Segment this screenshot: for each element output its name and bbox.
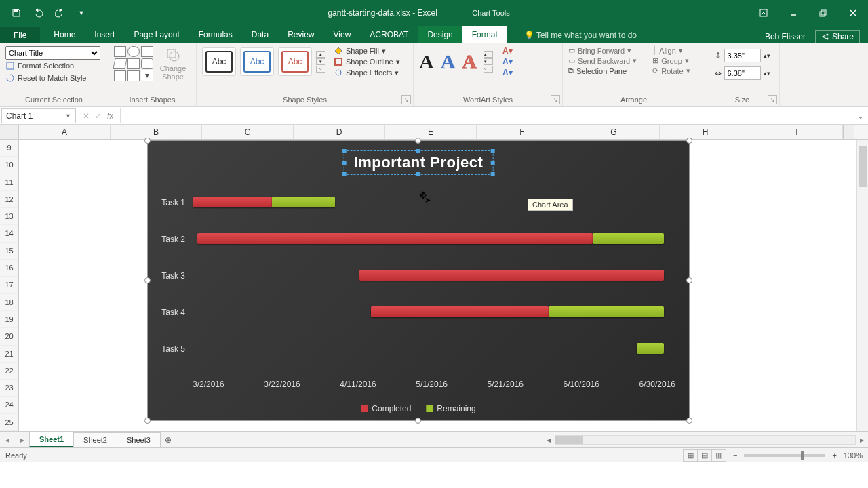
bar-completed[interactable] [197, 233, 593, 244]
zoom-level[interactable]: 130% [844, 451, 863, 460]
bar-remaining[interactable] [593, 233, 664, 244]
col-F[interactable]: F [477, 125, 568, 139]
ribbon-collapse-icon[interactable] [749, 0, 778, 26]
select-all-corner[interactable] [0, 125, 19, 139]
close-icon[interactable] [838, 0, 868, 26]
tab-file[interactable]: File [0, 27, 40, 43]
sheet-nav-prev-icon[interactable]: ◂ [0, 435, 15, 445]
shape-width-input[interactable] [724, 66, 761, 80]
fx-icon[interactable]: fx [107, 111, 113, 121]
bar-completed[interactable] [371, 306, 549, 317]
user-name[interactable]: Bob Flisser [765, 32, 806, 41]
sheet-tab-3[interactable]: Sheet3 [117, 432, 161, 447]
bar-remaining[interactable] [272, 197, 335, 207]
size-dialog-launcher[interactable]: ↘ [768, 95, 777, 104]
wordart-preset-3[interactable]: A [462, 50, 477, 73]
horizontal-scrollbar[interactable]: ◂▸ [542, 435, 868, 445]
shape-style-preset-1[interactable]: Abc [202, 47, 236, 76]
tab-page-layout[interactable]: Page Layout [124, 26, 189, 43]
wordart-more[interactable]: ▴▾▿ [484, 51, 493, 73]
tab-home[interactable]: Home [44, 26, 85, 43]
row-hdr[interactable]: 9 [0, 140, 18, 157]
shape-effects-button[interactable]: Shape Effects ▾ [334, 68, 400, 77]
shapes-gallery[interactable]: ▾ [114, 46, 153, 81]
view-buttons[interactable]: ▦▤▥ [684, 449, 726, 462]
shape-style-preset-2[interactable]: Abc [240, 47, 274, 76]
shape-height-input[interactable] [724, 49, 761, 62]
wordart-preset-2[interactable]: A [441, 50, 456, 73]
save-icon[interactable] [7, 5, 26, 21]
col-G[interactable]: G [568, 125, 660, 139]
status-bar: Ready ▦▤▥ − + 130% [0, 447, 868, 462]
chart-legend[interactable]: Completed Remaining [361, 404, 475, 413]
selection-pane-button[interactable]: ⧉ Selection Pane [568, 66, 646, 75]
worksheet-grid[interactable]: 910111213141516171819202122232425 Import… [0, 140, 868, 431]
sheet-nav-next-icon[interactable]: ▸ [15, 435, 30, 445]
wordart-preset-1[interactable]: A [419, 50, 434, 73]
undo-icon[interactable] [28, 5, 47, 21]
redo-icon[interactable] [50, 5, 69, 21]
add-sheet-button[interactable]: ⊕ [161, 435, 176, 445]
restore-icon[interactable] [808, 0, 838, 26]
col-I[interactable]: I [751, 125, 843, 139]
svg-rect-1 [760, 9, 767, 16]
bar-completed[interactable] [193, 197, 272, 207]
formula-expand-icon[interactable]: ⌄ [853, 111, 868, 121]
tab-format[interactable]: Format [462, 26, 507, 43]
group-size: ⇕▴▾ ⇔▴▾ Size ↘ [705, 43, 780, 106]
sheet-tab-2[interactable]: Sheet2 [73, 432, 117, 447]
shape-style-more[interactable]: ▴▾▿ [316, 51, 326, 73]
col-B[interactable]: B [111, 125, 202, 139]
minimize-icon[interactable] [778, 0, 808, 26]
cells-area[interactable]: Important Project ✥➤ Chart Area Task 1 T… [19, 140, 856, 431]
chart-element-dropdown[interactable]: Chart Title [5, 46, 100, 60]
title-bar: ▼ gantt-starting-data.xlsx - Excel Chart… [0, 0, 868, 26]
reset-match-style-button[interactable]: Reset to Match Style [5, 72, 102, 84]
tab-view[interactable]: View [324, 26, 361, 43]
zoom-slider[interactable] [744, 454, 825, 457]
enter-formula-icon[interactable]: ✓ [95, 111, 102, 121]
group-label: Current Selection [5, 96, 102, 105]
svg-point-12 [336, 70, 341, 75]
width-icon: ⇔ [715, 68, 722, 78]
tab-insert[interactable]: Insert [85, 26, 124, 43]
zoom-out-icon[interactable]: − [733, 451, 737, 460]
col-A[interactable]: A [19, 125, 111, 139]
chart-title[interactable]: Important Project [344, 150, 494, 175]
name-box[interactable]: Chart 1▼ [1, 108, 76, 123]
text-fill-icon[interactable]: A▾ [502, 46, 513, 56]
col-D[interactable]: D [294, 125, 385, 139]
bar-remaining[interactable] [637, 343, 664, 354]
tell-me-input[interactable]: 💡 Tell me what you want to do [521, 27, 640, 43]
plot-area[interactable]: Task 1 Task 2 Task 3 Task 4 Task 5 [193, 180, 675, 377]
tab-design[interactable]: Design [418, 26, 462, 43]
tab-formulas[interactable]: Formulas [189, 26, 242, 43]
sheet-tab-1[interactable]: Sheet1 [29, 432, 74, 447]
format-selection-button[interactable]: Format Selection [5, 60, 102, 72]
chart-object[interactable]: Important Project ✥➤ Chart Area Task 1 T… [147, 140, 690, 421]
cancel-formula-icon[interactable]: ✕ [83, 111, 90, 121]
vertical-scrollbar[interactable] [856, 140, 868, 431]
col-H[interactable]: H [660, 125, 751, 139]
bar-remaining[interactable] [549, 306, 664, 317]
formula-input[interactable] [121, 108, 853, 123]
bar-completed[interactable] [359, 270, 664, 281]
share-button[interactable]: Share [815, 30, 860, 43]
tab-data[interactable]: Data [242, 26, 278, 43]
tab-review[interactable]: Review [278, 26, 323, 43]
shape-style-preset-3[interactable]: Abc [278, 47, 312, 76]
col-E[interactable]: E [385, 125, 477, 139]
tab-acrobat[interactable]: ACROBAT [360, 26, 418, 43]
text-outline-icon[interactable]: A▾ [502, 57, 513, 66]
align-button[interactable]: ⎮ Align ▾ [652, 46, 699, 55]
qat-dropdown-icon[interactable]: ▼ [72, 5, 91, 21]
group-label: Arrange [568, 96, 699, 105]
shape-styles-dialog-launcher[interactable]: ↘ [401, 95, 411, 104]
ribbon-tabs: File Home Insert Page Layout Formulas Da… [0, 26, 868, 43]
wordart-dialog-launcher[interactable]: ↘ [551, 95, 560, 104]
col-C[interactable]: C [202, 125, 294, 139]
shape-outline-button[interactable]: Shape Outline ▾ [334, 57, 400, 66]
text-effects-icon[interactable]: A▾ [502, 68, 513, 77]
zoom-in-icon[interactable]: + [832, 451, 836, 460]
shape-fill-button[interactable]: Shape Fill ▾ [334, 46, 400, 56]
